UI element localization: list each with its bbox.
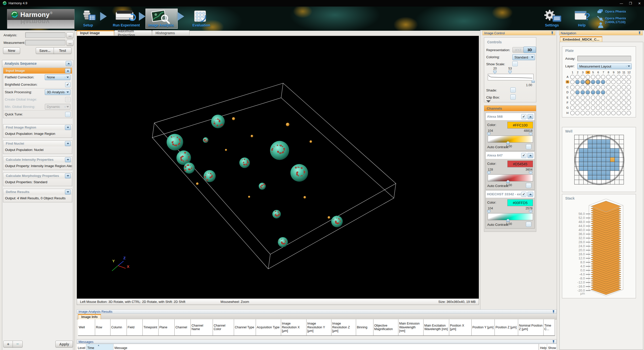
block-dropdown-button[interactable] xyxy=(65,173,71,178)
block-define-results[interactable]: Define Results Output: 4 Well Results, 0… xyxy=(3,189,72,202)
pl­ate-well-G5[interactable] xyxy=(591,106,595,110)
pl­ate-well-C11[interactable] xyxy=(622,85,626,89)
well-field[interactable] xyxy=(597,135,601,140)
pl­ate-well-D3[interactable] xyxy=(581,90,585,94)
well-field[interactable] xyxy=(588,140,592,144)
well-field[interactable] xyxy=(619,140,624,144)
pl­ate-well-G2[interactable] xyxy=(575,106,580,110)
pl­ate-well-A2[interactable] xyxy=(575,75,580,79)
well-field[interactable] xyxy=(610,153,615,157)
well-field[interactable] xyxy=(601,135,606,140)
pl­ate-well-H9[interactable] xyxy=(611,111,616,115)
pl­ate-well-E12[interactable] xyxy=(627,96,631,100)
well-field[interactable] xyxy=(575,140,579,144)
well-field[interactable] xyxy=(601,148,606,153)
well-field[interactable] xyxy=(592,162,597,167)
pl­ate-well-B10[interactable] xyxy=(617,80,621,84)
well-field[interactable] xyxy=(575,167,579,171)
well-field[interactable] xyxy=(575,153,579,157)
pl­ate-well-A8[interactable] xyxy=(606,75,611,79)
well-field[interactable] xyxy=(575,144,579,149)
help-icon[interactable]: ? xyxy=(574,10,591,23)
auto-contrast-checkbox[interactable] xyxy=(526,222,531,227)
pl­ate-well-D10[interactable] xyxy=(617,90,621,94)
well-field[interactable] xyxy=(601,180,606,184)
pl­ate-well-B9[interactable] xyxy=(611,80,616,84)
well-field[interactable] xyxy=(592,180,597,184)
well-field[interactable] xyxy=(601,140,606,144)
plate-col-label[interactable]: 2 xyxy=(575,71,580,74)
pl­ate-well-E7[interactable] xyxy=(601,96,605,100)
plate-row-label[interactable]: G xyxy=(566,106,569,109)
auto-contrast-checkbox[interactable] xyxy=(526,183,531,188)
well-field[interactable] xyxy=(606,140,611,144)
plate-row-label[interactable]: A xyxy=(566,75,569,78)
pl­ate-well-H12[interactable] xyxy=(627,111,631,115)
pl­ate-well-B7[interactable] xyxy=(601,80,605,84)
pl­ate-well-F1[interactable] xyxy=(570,101,575,105)
messages-message-column[interactable]: Message xyxy=(113,344,539,350)
auto-contrast-checkbox[interactable] xyxy=(526,144,531,149)
pl­ate-well-B3[interactable] xyxy=(581,80,585,84)
pl­ate-well-A3[interactable] xyxy=(581,75,585,79)
well-field[interactable] xyxy=(575,162,579,167)
well-field[interactable] xyxy=(592,167,597,171)
results-column-header[interactable]: Field xyxy=(127,319,143,335)
well-field[interactable] xyxy=(592,175,597,180)
well-field[interactable] xyxy=(588,148,592,153)
pl­ate-well-D1[interactable] xyxy=(570,90,575,94)
well-field[interactable] xyxy=(619,171,624,175)
results-column-header[interactable]: Channel Type xyxy=(234,319,256,335)
collapse-input-image-button[interactable] xyxy=(65,68,71,73)
well-field[interactable] xyxy=(610,175,615,180)
pl­ate-well-G8[interactable] xyxy=(606,106,611,110)
pl­ate-well-D9[interactable] xyxy=(611,90,616,94)
well-field[interactable] xyxy=(588,157,592,162)
pl­ate-well-E5[interactable] xyxy=(591,96,595,100)
pl­ate-well-F4[interactable] xyxy=(586,101,590,105)
pl­ate-well-D12[interactable] xyxy=(627,90,631,94)
pl­ate-well-B5[interactable] xyxy=(591,80,595,84)
well-field[interactable] xyxy=(579,140,584,144)
well-field[interactable] xyxy=(588,167,592,171)
well-field[interactable] xyxy=(592,144,597,149)
well-field[interactable] xyxy=(588,171,592,175)
pl­ate-well-C5[interactable] xyxy=(591,85,595,89)
pl­ate-well-E1[interactable] xyxy=(570,96,575,100)
pin-icon[interactable] xyxy=(551,31,554,35)
well-field[interactable] xyxy=(597,157,601,162)
instrument-serial[interactable]: Opera Phenix (1400L17133) xyxy=(605,16,644,24)
well-field[interactable] xyxy=(575,148,579,153)
well-field[interactable] xyxy=(584,180,588,184)
plate-col-label[interactable]: 3 xyxy=(581,71,585,74)
plate-col-label[interactable]: 4 xyxy=(586,71,590,74)
well-field[interactable] xyxy=(615,162,619,167)
plate-row-label[interactable]: C xyxy=(566,86,569,89)
well-field[interactable] xyxy=(601,144,606,149)
results-column-header[interactable]: Main Emission Wavelength [nm] xyxy=(398,319,424,335)
pl­ate-well-D8[interactable] xyxy=(606,90,611,94)
well-field[interactable] xyxy=(588,153,592,157)
well-field[interactable] xyxy=(579,153,584,157)
pl­ate-well-H10[interactable] xyxy=(617,111,621,115)
results-column-header[interactable]: Acquisition Type xyxy=(256,319,281,335)
pl­ate-well-H1[interactable] xyxy=(570,111,575,115)
well-field[interactable] xyxy=(601,167,606,171)
messages-time-column[interactable]: ▲ Time xyxy=(86,344,113,350)
well-field[interactable] xyxy=(610,162,615,167)
well-field[interactable] xyxy=(584,144,588,149)
well-field[interactable] xyxy=(619,180,624,184)
pl­ate-well-A11[interactable] xyxy=(622,75,626,79)
well-field[interactable] xyxy=(579,180,584,184)
well-field[interactable] xyxy=(584,167,588,171)
well-field[interactable] xyxy=(597,148,601,153)
pl­ate-well-H4[interactable] xyxy=(586,111,590,115)
plate-row-label[interactable]: F xyxy=(566,101,569,104)
instrument-name[interactable]: Opera Phenix xyxy=(605,10,626,13)
well-field[interactable] xyxy=(610,140,615,144)
tab-histograms[interactable]: Histograms xyxy=(152,30,190,36)
well-field[interactable] xyxy=(615,175,619,180)
pl­ate-well-A10[interactable] xyxy=(617,75,621,79)
results-column-header[interactable]: Column xyxy=(110,319,127,335)
results-column-header[interactable]: Channel xyxy=(175,319,191,335)
